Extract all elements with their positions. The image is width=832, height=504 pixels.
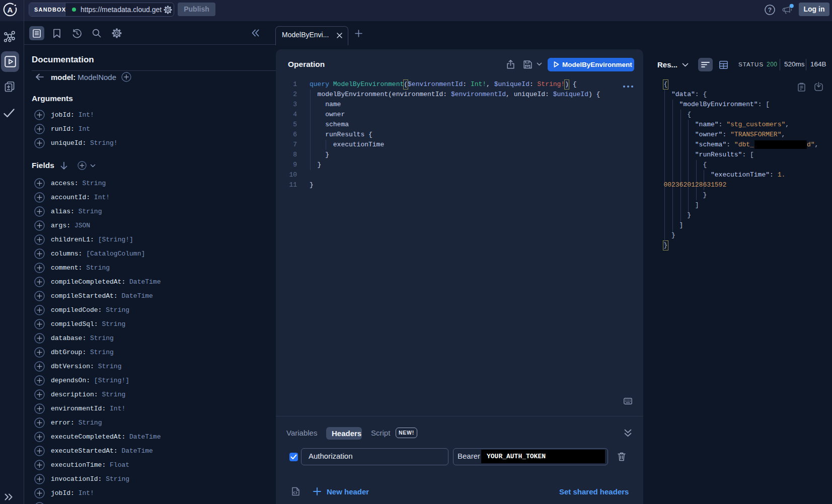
svg-text:A: A (8, 6, 13, 14)
svg-text:?: ? (768, 7, 772, 14)
